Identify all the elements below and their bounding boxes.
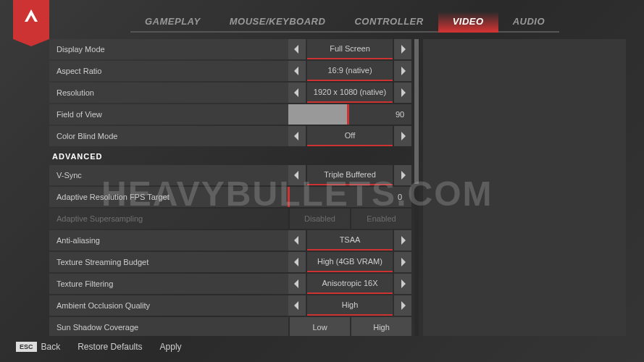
next-arrow[interactable] — [394, 126, 411, 146]
setting-label: Ambient Occlusion Quality — [49, 295, 288, 316]
setting-sun-shadow[interactable]: Sun Shadow Coverage Low High — [49, 317, 411, 336]
back-label: Back — [41, 342, 61, 352]
next-arrow[interactable] — [394, 61, 411, 81]
adaptive-res-slider[interactable] — [288, 187, 387, 207]
game-logo — [13, 0, 49, 39]
settings-list: Display Mode Full Screen Aspect Ratio 16… — [49, 39, 411, 336]
setting-ambient-occlusion[interactable]: Ambient Occlusion Quality High — [49, 295, 411, 316]
prev-arrow[interactable] — [288, 61, 306, 81]
prev-arrow[interactable] — [288, 39, 306, 59]
setting-label: Color Blind Mode — [49, 126, 288, 146]
setting-texture-filter[interactable]: Texture Filtering Anisotropic 16X — [49, 274, 411, 294]
tab-audio[interactable]: AUDIO — [498, 12, 559, 33]
fov-value: 90 — [388, 104, 411, 125]
section-advanced: ADVANCED — [49, 148, 411, 165]
tab-controller[interactable]: CONTROLLER — [340, 12, 438, 33]
tab-gameplay[interactable]: GAMEPLAY — [130, 12, 215, 33]
setting-adaptive-res[interactable]: Adaptive Resolution FPS Target 0 — [49, 187, 411, 207]
next-arrow[interactable] — [394, 295, 411, 316]
setting-value: 1920 x 1080 (native) — [307, 83, 393, 103]
restore-defaults-button[interactable]: Restore Defaults — [78, 342, 142, 352]
setting-value: Triple Buffered — [307, 165, 393, 185]
apply-button[interactable]: Apply — [160, 342, 182, 352]
setting-resolution[interactable]: Resolution 1920 x 1080 (native) — [49, 83, 411, 103]
setting-label: Texture Filtering — [49, 274, 288, 294]
option-high[interactable]: High — [351, 317, 411, 336]
option-disabled: Disabled — [290, 209, 350, 229]
setting-value: Full Screen — [307, 39, 393, 59]
prev-arrow[interactable] — [288, 83, 306, 103]
prev-arrow[interactable] — [288, 165, 306, 185]
setting-label: V-Sync — [49, 165, 288, 185]
setting-vsync[interactable]: V-Sync Triple Buffered — [49, 165, 411, 185]
next-arrow[interactable] — [394, 252, 411, 272]
setting-value: High — [307, 295, 393, 316]
prev-arrow[interactable] — [288, 274, 306, 294]
option-low[interactable]: Low — [290, 317, 350, 336]
setting-texture-budget[interactable]: Texture Streaming Budget High (4GB VRAM) — [49, 252, 411, 272]
scrollbar-thumb[interactable] — [414, 39, 419, 184]
next-arrow[interactable] — [394, 39, 411, 59]
esc-key-icon: ESC — [16, 342, 37, 352]
prev-arrow[interactable] — [288, 230, 306, 251]
option-enabled: Enabled — [351, 209, 411, 229]
setting-label: Field of View — [49, 104, 288, 125]
footer-bar: ESC Back Restore Defaults Apply — [16, 342, 182, 352]
next-arrow[interactable] — [394, 274, 411, 294]
setting-anti-aliasing[interactable]: Anti-aliasing TSAA — [49, 230, 411, 251]
setting-value: High (4GB VRAM) — [307, 252, 393, 272]
back-button[interactable]: ESC Back — [16, 342, 60, 352]
setting-display-mode[interactable]: Display Mode Full Screen — [49, 39, 411, 59]
tab-mouse-keyboard[interactable]: MOUSE/KEYBOARD — [215, 12, 340, 33]
setting-value: Anisotropic 16X — [307, 274, 393, 294]
fov-slider[interactable] — [288, 104, 387, 125]
setting-label: Adaptive Supersampling — [49, 209, 288, 229]
setting-label: Aspect Ratio — [49, 61, 288, 81]
setting-color-blind[interactable]: Color Blind Mode Off — [49, 126, 411, 146]
setting-label: Resolution — [49, 83, 288, 103]
setting-label: Adaptive Resolution FPS Target — [49, 187, 288, 207]
prev-arrow[interactable] — [288, 126, 306, 146]
setting-aspect-ratio[interactable]: Aspect Ratio 16:9 (native) — [49, 61, 411, 81]
setting-label: Texture Streaming Budget — [49, 252, 288, 272]
setting-fov[interactable]: Field of View 90 — [49, 104, 411, 125]
tab-video[interactable]: VIDEO — [438, 12, 498, 33]
prev-arrow[interactable] — [288, 295, 306, 316]
next-arrow[interactable] — [394, 83, 411, 103]
setting-value: TSAA — [307, 230, 393, 251]
next-arrow[interactable] — [394, 230, 411, 251]
setting-adaptive-supersampling: Adaptive Supersampling Disabled Enabled — [49, 209, 411, 229]
settings-tabs: GAMEPLAY MOUSE/KEYBOARD CONTROLLER VIDEO… — [130, 12, 559, 33]
next-arrow[interactable] — [394, 165, 411, 185]
setting-label: Anti-aliasing — [49, 230, 288, 251]
setting-value: Off — [307, 126, 393, 146]
prev-arrow[interactable] — [288, 252, 306, 272]
setting-label: Display Mode — [49, 39, 288, 59]
description-panel — [423, 39, 626, 336]
setting-value: 16:9 (native) — [307, 61, 393, 81]
adaptive-res-value: 0 — [388, 187, 411, 207]
scrollbar[interactable] — [414, 39, 419, 336]
setting-label: Sun Shadow Coverage — [49, 317, 288, 336]
